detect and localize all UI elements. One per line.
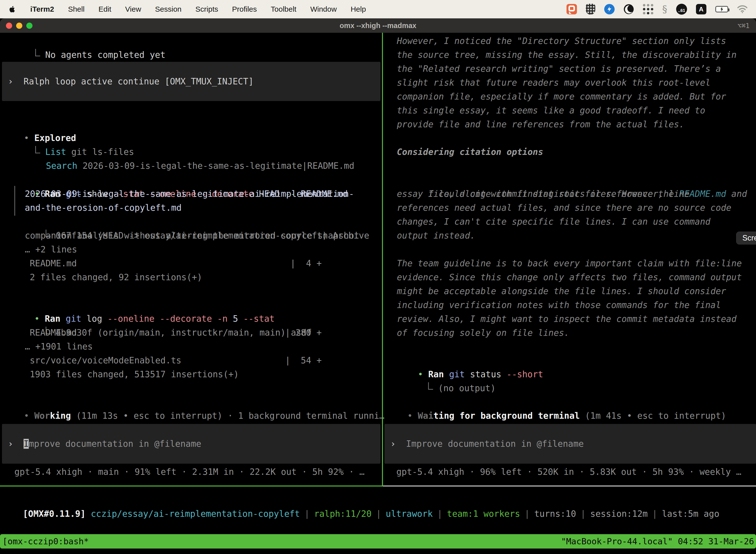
tmux-session-window[interactable]: [omx-cczip0:bash* [2,536,89,546]
tmux-host-clock: "MacBook-Pro-44.local" 04:52 31-Mar-26 [561,536,754,546]
input-text: Improve documentation in @filename [406,439,584,449]
battery-icon[interactable] [715,6,728,12]
bullet-icon: • [24,409,34,423]
git-show-block: •Rangitshow--stat--oneline--decorateHEAD… [3,173,380,284]
git-show-output: companion analysis without altering the … [3,229,380,242]
terminal-content: No agents completed yet ›Ralph loop acti… [0,33,756,554]
omx-mode: ultrawork [386,509,433,519]
explored-search-line: Search2026-03-09-is-legal-the-same-as-le… [25,145,354,159]
omx-last-activity: last:5m ago [662,509,719,519]
menu-items: iTerm2 Shell Edit View Session Scripts P… [8,5,366,13]
thinking-text-line: the source tree, missing the essay. Stil… [386,48,756,62]
git-show-output: 067f154 (HEAD -> essay/ai-reimplementati… [3,215,380,229]
omx-team-workers: team:1 workers [447,509,520,519]
window-title-bar: omx --xhigh --madmax ⌥⌘1 [0,18,756,33]
explored-list-line: Listgit ls-files [14,131,134,145]
thinking-text-line: this single essay, it seems like a good … [386,104,756,117]
menu-item-edit[interactable]: Edit [99,5,111,13]
thinking-text-line: evidence. Since this change only affects… [386,270,756,284]
git-log-stat-row: src/voice/voiceModeEnabled.ts| 54 + [3,353,322,367]
bullet-icon: • [418,367,428,381]
left-model-status-line: gpt-5.4 xhigh · main · 91% left · 2.31M … [14,465,365,479]
omx-ralph-counter: ralph:11/20 [314,509,372,519]
pane-border-bottom-left [0,486,383,487]
thinking-paragraph-3: The team guideline is to back every impo… [386,257,756,340]
git-show-more-lines: … +2 lines [3,242,380,257]
squiggle-icon[interactable]: § [662,3,667,15]
thinking-text-line: companion file, especially if more comme… [386,90,756,104]
menu-bar: iTerm2 Shell Edit View Session Scripts P… [0,0,756,18]
thinking-text-line: However, I noticed the "Directory Struct… [386,34,756,48]
menu-item-view[interactable]: View [125,5,141,13]
omx-session-time: session:12m [590,509,648,519]
thinking-text-line: review. Also, I might want to inspect th… [386,312,756,326]
menu-item-toolbelt[interactable]: Toolbelt [271,5,296,13]
git-status-block: •Rangitstatus--short (no output) [386,353,756,381]
blue-bolt-icon[interactable] [604,4,615,14]
screen-overlay-button[interactable]: Scre [736,232,756,244]
keyboard-layout-icon[interactable]: A [696,4,706,14]
menu-item-shell[interactable]: Shell [68,5,84,13]
pane-border-bottom-right [383,486,756,487]
menu-item-window[interactable]: Window [310,5,337,13]
git-status-command: •Rangitstatus--short [386,353,756,367]
thinking-paragraph-1: However, I noticed the "Directory Struct… [386,34,756,131]
menu-item-session[interactable]: Session [155,5,182,13]
omx-version-badge: [OMX#0.11.9] [23,509,85,519]
tmux-status-bar: [omx-cczip0:bash* "MacBook-Pro-44.local"… [0,534,756,549]
bullet-icon: • [34,312,45,326]
tree-guide-line [14,186,15,216]
menu-item-profiles[interactable]: Profiles [232,5,257,13]
thinking-paragraph-2: I could cite commit statistics or refere… [386,173,756,242]
thinking-text-line: The team guideline is to back every impo… [386,257,756,270]
battery-percent-badge-icon[interactable]: ..61 [676,4,687,15]
thinking-text-line: slight risk that future readers may over… [386,76,756,90]
prompt-chevron: › [8,76,13,87]
thinking-text-line: the "Related research writing" section i… [386,62,756,76]
prompt-chevron: › [390,439,396,449]
right-model-status-line: gpt-5.4 xhigh · 96% left · 520K in · 5.8… [396,465,741,479]
waiting-status-line: •Waiting for background terminal (1m 41s… [386,395,726,409]
window-title: omx --xhigh --madmax [0,21,756,30]
menu-item-scripts[interactable]: Scripts [195,5,218,13]
thinking-text-line: including verification notes with those … [386,298,756,312]
dots-grid-icon[interactable] [643,4,653,14]
git-show-arg-wrap: and-the-erosion-of-copyleft.md [3,201,380,215]
tree-corner-icon [428,382,433,390]
window-shortcut-badge: ⌥⌘1 [737,22,750,30]
input-text: mprove documentation in @filename [29,439,201,449]
git-log-command: •Rangitlog--oneline--decorate-n5--stat [3,298,380,312]
thinking-text-line: output instead. [386,229,756,242]
ralph-loop-text: Ralph loop active continue [OMX_TMUX_INJ… [23,76,253,87]
menu-bar-status-icons: § ..61 A [567,3,748,15]
menu-item-help[interactable]: Help [351,5,366,13]
thinking-text-line: provide file and line references from th… [386,117,756,131]
prompt-chevron: › [8,439,13,449]
shield-grid-icon[interactable] [586,4,595,15]
left-prompt-input[interactable]: ›Improve documentation in @filename [2,424,380,464]
ralph-loop-box[interactable]: ›Ralph loop active continue [OMX_TMUX_IN… [2,62,380,101]
explored-header: •Explored [3,117,76,131]
thinking-text-line: might be acceptable alongside the file l… [386,284,756,298]
apple-icon[interactable] [8,5,16,13]
git-show-arg-wrap: 2026-03-09-is-legal-the-same-as-legitima… [3,187,380,201]
bullet-icon: • [407,409,418,423]
right-prompt-input[interactable]: ›Improve documentation in @filename [384,424,756,464]
git-show-stat-row: README.md| 4 + [3,257,322,270]
crescent-icon[interactable] [624,4,634,14]
omx-status-line: [OMX#0.11.9] cczip/essay/ai-reimplementa… [2,493,719,507]
omx-project-path: cczip/essay/ai-reimplementation-copyleft [91,509,300,519]
working-status-line: •Working (11m 13s • esc to interrupt) · … [3,395,384,409]
thinking-text-line: I could cite commit statistics or refere… [386,173,756,187]
pane-divider-vertical[interactable] [382,33,383,486]
git-log-block: •Rangitlog--oneline--decorate-n5--stat 4… [3,298,380,381]
git-show-command: •Rangitshow--stat--oneline--decorateHEAD… [3,173,380,187]
omx-turns: turns:10 [534,509,576,519]
wifi-icon[interactable] [737,5,748,13]
git-log-more-lines: … +1901 lines [3,340,380,353]
chat-app-icon[interactable] [567,4,577,14]
thinking-text-line: of focusing solely on file lines. [386,326,756,340]
no-agents-line: No agents completed yet [14,34,166,48]
menu-item-iterm2[interactable]: iTerm2 [30,5,54,13]
tree-corner-icon [35,49,40,56]
